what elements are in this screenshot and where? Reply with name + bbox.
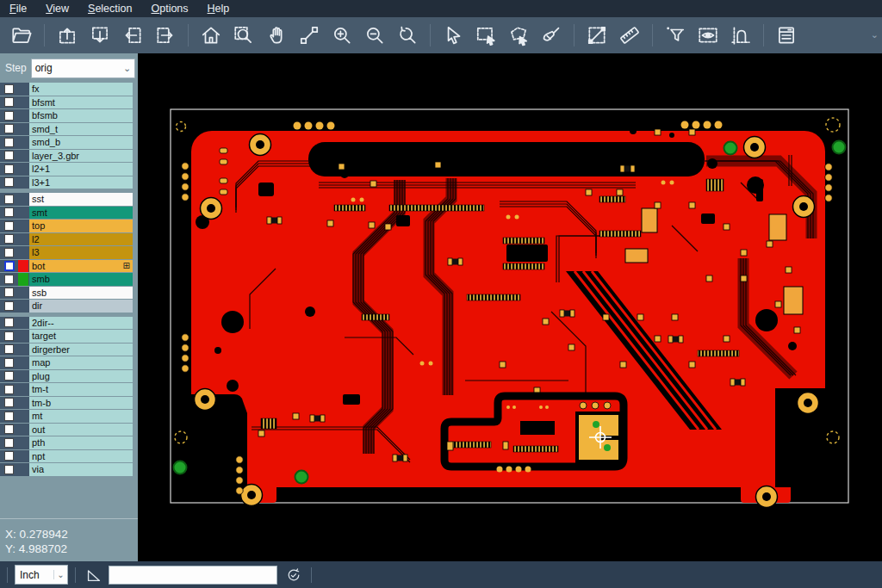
- layer-visibility-checkbox[interactable]: [4, 301, 14, 311]
- layer-row[interactable]: smt: [0, 207, 133, 220]
- zoom-in-button[interactable]: [329, 22, 355, 49]
- layer-label[interactable]: tm-t: [29, 383, 133, 396]
- layer-label[interactable]: pth: [29, 436, 133, 449]
- layer-label[interactable]: fx: [29, 83, 133, 96]
- home-view-button[interactable]: [198, 22, 224, 49]
- select-pointer-button[interactable]: [440, 22, 466, 49]
- select-polygon-button[interactable]: [506, 22, 531, 49]
- layer-row[interactable]: tm-b: [0, 397, 133, 410]
- layer-label[interactable]: target: [29, 330, 133, 343]
- layer-label[interactable]: plug: [29, 370, 133, 383]
- layer-label[interactable]: sst: [29, 193, 133, 206]
- layer-visibility-checkbox[interactable]: [4, 221, 14, 231]
- layer-visibility-checkbox[interactable]: [4, 331, 14, 341]
- menu-view[interactable]: View: [36, 0, 78, 17]
- layer-label[interactable]: dirgerber: [29, 344, 133, 356]
- layer-row[interactable]: map: [0, 356, 133, 369]
- layer-color-swatch[interactable]: [18, 273, 28, 286]
- layer-label[interactable]: smd_b: [29, 136, 133, 149]
- layer-visibility-checkbox[interactable]: [4, 424, 14, 434]
- layer-label[interactable]: ssb: [29, 287, 133, 300]
- layer-visibility-checkbox[interactable]: [4, 412, 14, 421]
- layer-row[interactable]: plug: [0, 370, 133, 383]
- layer-label[interactable]: smt: [29, 207, 133, 220]
- grid-icon[interactable]: ⊞: [123, 260, 130, 273]
- layer-row[interactable]: ssb: [0, 287, 133, 300]
- layer-label[interactable]: tm-b: [29, 397, 133, 410]
- layer-visibility-checkbox[interactable]: [4, 288, 14, 297]
- layer-row[interactable]: sst: [0, 193, 133, 206]
- open-folder-button[interactable]: [9, 22, 34, 49]
- unit-select[interactable]: Inch ⌄: [15, 565, 68, 585]
- zoom-previous-button[interactable]: [394, 22, 420, 49]
- layer-row[interactable]: mt: [0, 410, 133, 423]
- layer-label[interactable]: l3+1: [29, 176, 133, 189]
- layer-label[interactable]: smb: [29, 273, 133, 286]
- layer-visibility-checkbox[interactable]: [4, 398, 14, 407]
- layer-visibility-checkbox[interactable]: [4, 248, 14, 257]
- layer-label[interactable]: bfsmb: [29, 109, 133, 122]
- layer-visibility-checkbox[interactable]: [4, 84, 14, 94]
- step-select[interactable]: orig ⌄: [31, 59, 135, 78]
- layer-row[interactable]: dirgerber: [0, 344, 133, 356]
- layer-row[interactable]: dir: [0, 300, 133, 313]
- layer-label[interactable]: l3: [29, 246, 133, 259]
- layer-color-swatch[interactable]: [18, 260, 28, 273]
- layer-visibility-checkbox[interactable]: [4, 465, 14, 474]
- layer-label[interactable]: bot⊞: [29, 260, 133, 273]
- layer-visibility-checkbox[interactable]: [4, 344, 14, 354]
- layer-visibility-checkbox[interactable]: [4, 195, 14, 204]
- layer-row[interactable]: smd_t: [0, 123, 133, 136]
- layer-label[interactable]: top: [29, 220, 133, 232]
- layer-visibility-checkbox[interactable]: [4, 261, 15, 271]
- select-rectangle-button[interactable]: [473, 22, 499, 49]
- view-box-button[interactable]: [695, 22, 721, 49]
- nudge-right-button[interactable]: [152, 22, 178, 49]
- refresh-check-icon[interactable]: [285, 566, 302, 584]
- nudge-left-button[interactable]: [120, 22, 146, 49]
- layer-row[interactable]: 2dir--: [0, 317, 133, 330]
- menu-help[interactable]: Help: [198, 0, 239, 17]
- layer-row[interactable]: l2: [0, 233, 133, 246]
- layer-visibility-checkbox[interactable]: [4, 358, 14, 368]
- layer-visibility-checkbox[interactable]: [4, 438, 14, 448]
- pan-hand-button[interactable]: [264, 22, 289, 49]
- layer-visibility-checkbox[interactable]: [4, 275, 14, 284]
- menu-selection[interactable]: Selection: [78, 0, 141, 17]
- command-input[interactable]: [109, 566, 277, 585]
- layer-row[interactable]: npt: [0, 450, 133, 463]
- zoom-out-button[interactable]: [362, 22, 388, 49]
- layer-label[interactable]: dir: [29, 300, 133, 313]
- menu-options[interactable]: Options: [141, 0, 197, 17]
- layer-row[interactable]: bfsmt: [0, 96, 133, 109]
- layer-label[interactable]: via: [29, 463, 133, 476]
- filter-button[interactable]: [662, 22, 688, 49]
- layer-row[interactable]: top: [0, 220, 133, 232]
- layer-row[interactable]: out: [0, 424, 133, 436]
- layer-row[interactable]: pth: [0, 436, 133, 449]
- layer-row[interactable]: tm-t: [0, 383, 133, 396]
- report-button[interactable]: [773, 22, 799, 49]
- layer-row[interactable]: layer_3.gbr: [0, 150, 133, 163]
- clear-brush-button[interactable]: [538, 22, 564, 49]
- measure-diagonal-button[interactable]: [584, 22, 610, 49]
- layer-row[interactable]: smb: [0, 273, 133, 286]
- layer-visibility-checkbox[interactable]: [4, 234, 14, 244]
- layer-visibility-checkbox[interactable]: [4, 151, 14, 160]
- layer-row[interactable]: fx: [0, 83, 133, 96]
- nudge-up-button[interactable]: [54, 22, 80, 49]
- layer-visibility-checkbox[interactable]: [4, 177, 14, 187]
- layer-visibility-checkbox[interactable]: [4, 318, 14, 327]
- layer-visibility-checkbox[interactable]: [4, 138, 14, 147]
- angle-icon[interactable]: [84, 566, 103, 585]
- layer-label[interactable]: l2: [29, 233, 133, 246]
- layer-row[interactable]: via: [0, 463, 133, 476]
- layer-label[interactable]: bfsmt: [29, 96, 133, 109]
- zoom-window-button[interactable]: [231, 22, 257, 49]
- layer-row[interactable]: l3+1: [0, 176, 133, 189]
- layer-label[interactable]: mt: [29, 410, 133, 423]
- layer-row[interactable]: smd_b: [0, 136, 133, 149]
- layer-visibility-checkbox[interactable]: [4, 451, 14, 461]
- layer-label[interactable]: l2+1: [29, 163, 133, 176]
- layer-label[interactable]: out: [29, 424, 133, 436]
